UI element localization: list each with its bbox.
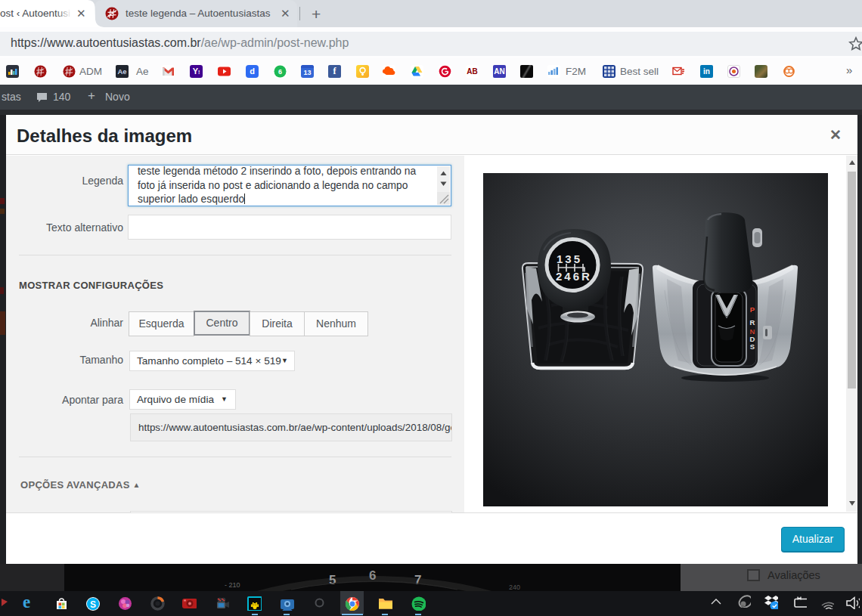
svg-text:6: 6 <box>369 568 376 583</box>
svg-text:7: 7 <box>414 573 421 587</box>
svg-text:240: 240 <box>509 583 520 591</box>
svg-text:S: S <box>750 342 755 351</box>
svg-text:P: P <box>750 305 755 314</box>
svg-text:S: S <box>90 599 96 610</box>
svg-text:5: 5 <box>329 573 336 587</box>
svg-text:R: R <box>750 318 755 327</box>
svg-text:135: 135 <box>557 252 582 265</box>
svg-text:6: 6 <box>278 68 282 76</box>
svg-text:246R: 246R <box>556 270 592 283</box>
svg-text:- 210: - 210 <box>225 581 240 589</box>
